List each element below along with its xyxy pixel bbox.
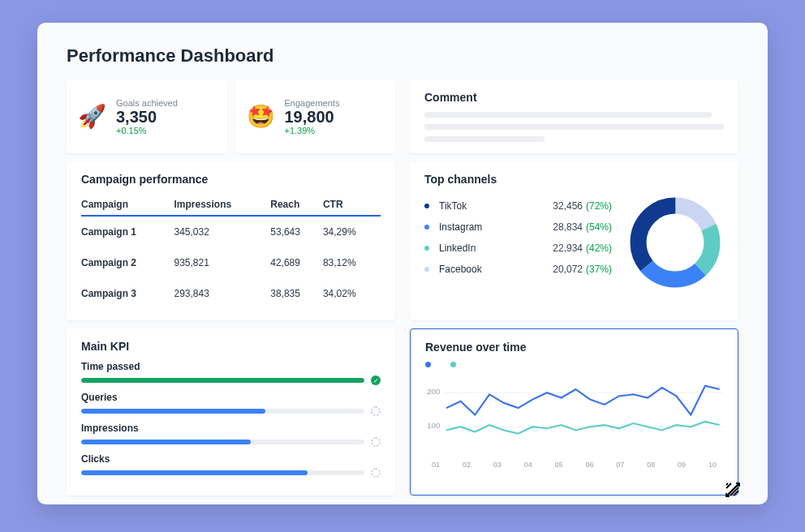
kpi-fill [81,378,364,383]
channel-dot-icon [424,246,429,251]
revenue-card[interactable]: Revenue over time 200 100 01020304050607… [410,328,738,496]
channel-row: Facebook20,072 (37%) [424,264,612,275]
check-icon: ✓ [371,375,381,385]
channel-dot-icon [424,204,429,208]
kpi-item: Time passed✓ [81,361,381,385]
kpi-bar [81,440,364,444]
channel-pct: (54%) [586,221,612,233]
channel-value: 20,072 [553,264,583,275]
kpi-fill [81,440,251,444]
campaign-table: Campaign Impressions Reach CTR Campaign … [81,194,381,309]
table-row: Campaign 2935,82142,68983,12% [81,247,381,278]
resize-handle-icon[interactable] [725,482,741,498]
channel-row: LinkedIn22,934 (42%) [424,242,612,254]
cell-reach: 53,643 [270,216,323,247]
stat-change: +1.39% [285,126,340,135]
channel-pct: (72%) [586,200,612,212]
comment-skeleton-line [424,112,712,118]
kpi-target-icon [371,406,381,416]
channel-row: Instagram28,834 (54%) [424,221,612,233]
stat-value: 3,350 [116,108,178,126]
x-tick: 07 [616,461,624,469]
channel-name: LinkedIn [439,242,553,254]
x-tick: 02 [463,461,471,469]
kpi-label: Queries [81,392,381,403]
kpi-label: Clicks [81,453,381,465]
x-tick: 04 [524,461,532,469]
cell-ctr: 83,12% [323,247,381,278]
cell-campaign: Campaign 3 [81,278,174,309]
svg-text:200: 200 [427,387,440,396]
channel-dot-icon [424,267,429,272]
stats-row: 🚀 Goals achieved 3,350 +0.15% 🤩 Engageme… [67,79,395,153]
channel-name: TikTok [439,200,553,212]
stat-change: +0.15% [116,126,178,135]
svg-text:100: 100 [427,421,440,430]
col-reach: Reach [270,194,323,216]
x-tick: 09 [678,461,686,469]
comment-skeleton-line [424,136,545,142]
cell-reach: 38,835 [270,278,323,309]
comment-skeleton-line [424,124,724,130]
campaign-title: Campaign performance [81,173,381,186]
kpi-item: Clicks [81,453,381,478]
revenue-line-chart: 200 100 [425,372,723,457]
cell-ctr: 34,29% [323,216,381,247]
channel-pct: (37%) [586,264,612,275]
kpi-fill [81,409,265,414]
x-tick: 05 [555,461,563,469]
page-title: Performance Dashboard [67,45,738,66]
revenue-title: Revenue over time [425,341,723,354]
legend-dot-a [425,362,431,367]
table-header-row: Campaign Impressions Reach CTR [81,194,381,216]
x-tick: 10 [708,461,717,469]
channel-row: TikTok32,456 (72%) [424,200,612,212]
channels-donut-chart [626,194,724,291]
kpi-item: Impressions [81,423,381,447]
comment-title: Comment [424,91,724,104]
cell-campaign: Campaign 1 [81,216,174,247]
channel-name: Instagram [439,221,553,233]
cell-impressions: 935,821 [174,247,270,278]
campaign-card: Campaign performance Campaign Impression… [67,161,395,320]
kpi-card: Main KPI Time passed✓QueriesImpressionsC… [67,328,395,496]
star-eyes-icon: 🤩 [247,105,275,128]
col-ctr: CTR [323,194,381,216]
kpi-bar [81,409,364,414]
kpi-label: Time passed [81,361,381,372]
rocket-icon: 🚀 [78,105,106,128]
channel-value: 28,834 [553,221,583,233]
x-tick: 06 [585,461,593,469]
channels-card: Top channels TikTok32,456 (72%)Instagram… [410,161,738,320]
stat-card-goals: 🚀 Goals achieved 3,350 +0.15% [67,79,227,153]
channel-pct: (42%) [586,242,612,254]
cell-impressions: 345,032 [174,216,270,247]
channel-dot-icon [424,225,429,230]
legend-dot-b [450,362,456,367]
stat-card-engagements: 🤩 Engagements 19,800 +1.39% [235,79,396,153]
kpi-target-icon [371,468,381,478]
stat-value: 19,800 [285,108,340,126]
col-campaign: Campaign [81,194,174,216]
x-tick: 01 [432,461,440,469]
kpi-title: Main KPI [81,340,381,353]
channel-value: 32,456 [553,200,583,212]
kpi-label: Impressions [81,423,381,434]
x-tick: 03 [493,461,502,469]
table-row: Campaign 3293,84338,83534,02% [81,278,381,309]
kpi-target-icon [371,437,381,447]
cell-campaign: Campaign 2 [81,247,174,278]
channel-list: TikTok32,456 (72%)Instagram28,834 (54%)L… [424,200,612,285]
revenue-x-axis: 01020304050607080910 [425,461,723,469]
kpi-item: Queries [81,392,381,416]
x-tick: 08 [647,461,655,469]
stat-label: Engagements [285,98,340,108]
channels-title: Top channels [424,173,724,186]
channel-name: Facebook [439,264,553,275]
kpi-bar [81,378,364,383]
cell-reach: 42,689 [270,247,323,278]
col-impressions: Impressions [174,194,270,216]
comment-card: Comment [410,79,738,153]
stat-label: Goals achieved [116,98,178,108]
cell-ctr: 34,02% [323,278,381,309]
